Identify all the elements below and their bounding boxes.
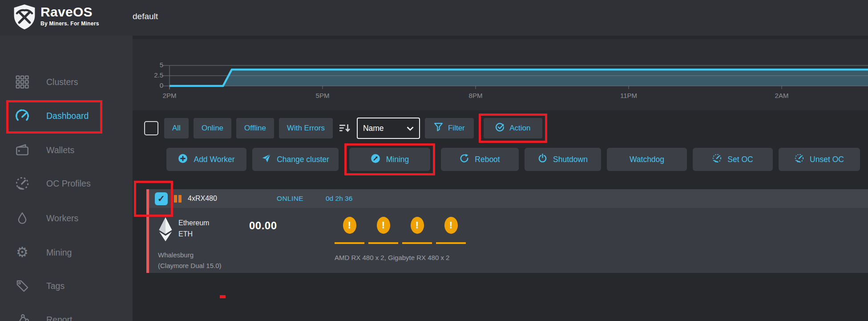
shutdown-button[interactable]: Shutdown xyxy=(525,148,601,171)
mining-button[interactable]: Mining xyxy=(349,148,430,171)
unset-oc-button[interactable]: Unset OC xyxy=(779,148,860,171)
sidebar-item-workers[interactable]: Workers xyxy=(0,201,133,235)
x-axis-tick-label: 11PM xyxy=(609,92,649,99)
oc-gauge-icon xyxy=(795,154,804,165)
annotation-box-mining: Mining xyxy=(344,143,435,175)
select-all-checkbox[interactable] xyxy=(144,121,158,135)
warning-icon[interactable]: ! xyxy=(343,217,356,234)
coin-name: Ethereum xyxy=(178,217,209,228)
action-button-label: Unset OC xyxy=(810,155,844,164)
worker-uptime: 0d 2h 36 xyxy=(326,195,352,203)
filter-chip-all[interactable]: All xyxy=(164,118,189,138)
action-button[interactable]: Action xyxy=(484,118,542,138)
drop-icon xyxy=(13,209,31,227)
check-circle-icon xyxy=(495,122,505,134)
annotation-box-action: Action xyxy=(479,114,547,143)
plus-circle-icon xyxy=(178,154,188,166)
x-axis-tick-label: 5PM xyxy=(303,92,343,99)
gpu-list: AMD RX 480 x 2, Gigabyte RX 480 x 2 xyxy=(335,254,449,261)
check-icon: ✓ xyxy=(157,193,165,204)
raveos-logo[interactable]: RaveOS By Miners. For Miners xyxy=(12,4,99,32)
pause-indicator-icon xyxy=(174,195,182,203)
sidebar-item-label: Clusters xyxy=(46,77,78,87)
warning-icon[interactable]: ! xyxy=(444,217,458,234)
filter-button-label: Filter xyxy=(448,124,465,133)
chevron-down-icon xyxy=(407,124,414,133)
action-button-label: Watchdog xyxy=(630,155,664,164)
gpu-warnings: !!!! xyxy=(335,217,470,244)
annotation-red-dash xyxy=(220,295,226,298)
paper-plane-icon xyxy=(262,154,271,165)
warning-underline xyxy=(436,242,466,244)
worker-checkbox[interactable]: ✓ xyxy=(155,192,168,205)
watchdog-button[interactable]: Watchdog xyxy=(607,148,687,171)
warning-underline xyxy=(368,242,398,244)
add-worker-button[interactable]: Add Worker xyxy=(166,148,246,171)
tag-icon xyxy=(13,277,31,295)
action-button-label: Mining xyxy=(386,155,409,164)
sidebar-item-label: Report xyxy=(46,315,73,321)
action-button-label: Action xyxy=(509,124,530,133)
warning-icon[interactable]: ! xyxy=(411,217,424,234)
action-button-label: Change cluster xyxy=(277,155,329,164)
sidebar-item-label: Mining xyxy=(46,248,72,258)
logo-tagline: By Miners. For Miners xyxy=(40,20,99,27)
set-oc-button[interactable]: Set OC xyxy=(693,148,773,171)
hashrate-value: 00.00 xyxy=(249,219,277,232)
y-axis-tick-label: 5 xyxy=(131,61,163,69)
sidebar-item-tags[interactable]: Tags xyxy=(0,269,133,303)
sidebar-item-oc-profiles[interactable]: OC Profiles xyxy=(0,167,133,200)
sidebar-item-label: Tags xyxy=(46,281,65,291)
sort-select[interactable]: Name xyxy=(357,118,420,139)
shield-pickaxes-icon xyxy=(12,4,36,32)
warning-underline xyxy=(402,242,432,244)
ethereum-icon xyxy=(158,217,173,244)
filter-toolbar: AllOnlineOfflineWith ErrorsNameFilterAct… xyxy=(144,114,547,143)
x-axis-tick-label: 8PM xyxy=(456,92,496,99)
funnel-icon xyxy=(434,122,443,134)
gauge-icon xyxy=(13,175,31,192)
reboot-button[interactable]: Reboot xyxy=(441,148,519,171)
sidebar-item-wallets[interactable]: Wallets xyxy=(0,133,133,167)
speedometer-icon xyxy=(13,107,31,125)
coin-ticker: ETH xyxy=(178,228,209,240)
sort-icon[interactable] xyxy=(339,123,351,133)
action-button-label: Set OC xyxy=(727,155,753,164)
action-button-label: Reboot xyxy=(475,155,500,164)
wallet-icon xyxy=(13,141,31,159)
header-bar xyxy=(0,0,868,36)
logo-title: RaveOS xyxy=(40,4,99,20)
sidebar-item-label: Wallets xyxy=(46,145,74,155)
filter-chip-with-errors[interactable]: With Errors xyxy=(279,118,333,138)
worker-row[interactable]: ✓ 4xRX480 ONLINE 0d 2h 36 xyxy=(146,189,868,208)
workers-area-chart xyxy=(151,42,868,100)
filter-chip-offline[interactable]: Offline xyxy=(236,118,274,138)
worker-name[interactable]: 4xRX480 xyxy=(188,195,277,203)
gpu-warning: ! xyxy=(402,217,432,244)
sidebar-item-label: OC Profiles xyxy=(46,179,91,189)
sidebar-item-label: Workers xyxy=(46,213,78,223)
sidebar-item-mining[interactable]: ⚙Mining xyxy=(0,236,133,269)
raveos-dashboard: RaveOS By Miners. For Miners default Clu… xyxy=(0,0,868,321)
filter-button[interactable]: Filter xyxy=(425,118,474,138)
x-axis-tick-label: 2AM xyxy=(762,92,802,99)
cluster-title: default xyxy=(133,12,158,21)
action-button-label: Add Worker xyxy=(194,155,234,164)
gear-icon: ⚙ xyxy=(13,244,31,261)
action-button-label: Shutdown xyxy=(553,155,588,164)
sidebar-item-report[interactable]: Report xyxy=(0,303,133,321)
sidebar-item-clusters[interactable]: Clusters xyxy=(0,65,133,99)
warning-icon[interactable]: ! xyxy=(377,217,390,234)
warning-underline xyxy=(335,242,364,244)
gpu-warning: ! xyxy=(436,217,466,244)
sidebar-item-dashboard[interactable]: Dashboard xyxy=(0,99,133,133)
pool-name: Whalesburg xyxy=(158,250,222,260)
y-axis-tick-label: 2.5 xyxy=(131,71,163,79)
y-axis-tick-label: 0 xyxy=(131,81,163,89)
action-toolbar: Add WorkerChange clusterMiningRebootShut… xyxy=(166,144,860,175)
filter-chip-online[interactable]: Online xyxy=(194,118,231,138)
gpu-warning: ! xyxy=(335,217,364,244)
worker-status-badge: ONLINE xyxy=(277,195,326,203)
change-cluster-button[interactable]: Change cluster xyxy=(252,148,339,171)
grid-icon xyxy=(13,73,31,91)
